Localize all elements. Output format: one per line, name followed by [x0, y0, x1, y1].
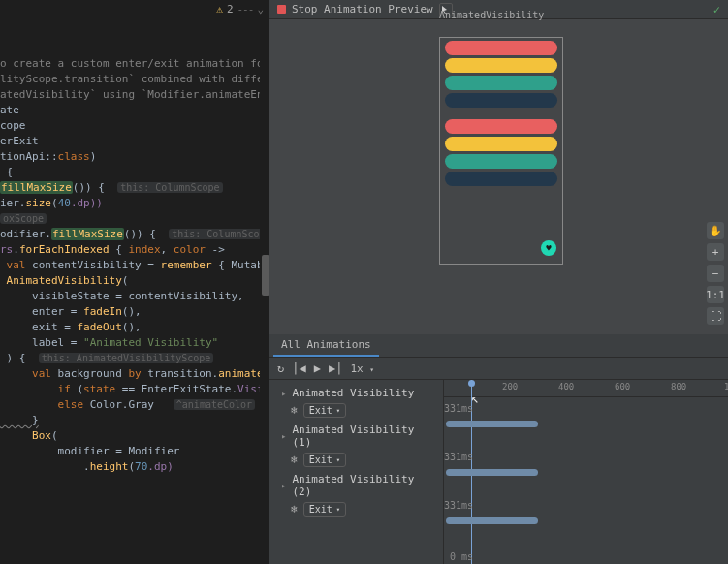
snowflake-icon[interactable]: ❄ — [291, 503, 298, 516]
expand-icon[interactable]: ⛶ — [707, 307, 724, 325]
zoom-reset-icon[interactable]: 1:1 — [707, 286, 724, 303]
code-line[interactable]: o create a custom enter/exit animation f… — [0, 56, 269, 72]
zoom-in-icon[interactable]: + — [707, 243, 724, 261]
code-editor[interactable]: ⚠ 2 --- ⌄ o create a custom enter/exit a… — [0, 0, 269, 564]
stop-animation-label[interactable]: Stop Animation Preview — [292, 3, 433, 16]
track-title: Animated Visibility (2) — [292, 473, 435, 498]
code-area[interactable]: o create a custom enter/exit animation f… — [0, 17, 269, 475]
code-line[interactable]: Box( — [0, 428, 269, 444]
ruler-tick: 800 — [671, 382, 686, 392]
animation-track[interactable]: ▸Animated Visibility (1)❄Exit ▾ — [269, 421, 443, 470]
loop-icon[interactable]: ↻ — [277, 361, 284, 375]
code-line[interactable]: } — [0, 413, 269, 428]
timeline[interactable]: 2004006008001000 ↖ 331ms331ms331ms 0 ms — [444, 380, 728, 564]
preview-bar — [445, 137, 557, 151]
track-bar[interactable] — [446, 469, 538, 476]
ruler-tick: 400 — [558, 382, 574, 392]
chevron-right-icon[interactable]: ▸ — [281, 481, 286, 490]
preview-bar — [445, 93, 557, 108]
code-line[interactable]: atedVisibility` using `Modifier.animateE… — [0, 87, 269, 103]
code-line[interactable]: erExit — [0, 134, 269, 149]
chevron-down-icon: ▾ — [369, 365, 374, 374]
track-bars: 331ms331ms331ms — [444, 397, 728, 401]
code-line[interactable]: rs.forEachIndexed { index, color -> — [0, 242, 269, 258]
preview-bar — [445, 172, 557, 186]
ruler-tick: 600 — [615, 382, 630, 392]
right-pane: Stop Animation Preview ✓ AnimatedVisibil… — [269, 0, 728, 564]
code-line[interactable]: if (state == EnterExitState.Visible) col… — [0, 382, 269, 397]
warning-count: 2 — [227, 3, 234, 16]
animation-panel: All Animations ↻ |◀ ▶ ▶| 1x ▾ ▸Animated … — [269, 334, 728, 564]
code-line[interactable]: val background by transition.animateColo… — [0, 366, 269, 382]
hints-caret-icon: ⌄ — [257, 3, 264, 16]
timeline-ruler[interactable]: 2004006008001000 — [444, 380, 728, 397]
up-to-date-icon: ✓ — [713, 3, 720, 16]
code-line[interactable]: enter = fadeIn(), — [0, 304, 269, 320]
code-line[interactable]: visibleState = contentVisibility, — [0, 289, 269, 304]
animation-track[interactable]: ▸Animated Visibility❄Exit ▾ — [269, 384, 443, 421]
preview-bar — [445, 76, 557, 90]
preview-frame-label: AnimatedVisibility — [439, 10, 544, 20]
preview-bar — [445, 119, 557, 134]
ruler-tick: 200 — [502, 382, 518, 392]
editor-scrollbar[interactable] — [260, 17, 269, 564]
track-title: Animated Visibility — [292, 387, 414, 399]
chevron-right-icon[interactable]: ▸ — [281, 389, 286, 398]
scrollbar-thumb[interactable] — [262, 255, 269, 296]
snowflake-icon[interactable]: ❄ — [291, 404, 298, 417]
track-labels: ▸Animated Visibility❄Exit ▾▸Animated Vis… — [269, 380, 444, 564]
jump-start-icon[interactable]: |◀ — [292, 361, 305, 375]
preview-device-frame: ♥ — [439, 37, 563, 265]
track-bar[interactable] — [446, 421, 538, 427]
fab-heart-icon: ♥ — [541, 240, 556, 256]
code-line[interactable]: tionApi::class) — [0, 149, 269, 165]
state-select[interactable]: Exit ▾ — [303, 502, 346, 517]
track-bar[interactable] — [446, 517, 538, 524]
code-line[interactable]: .height(70.dp) — [0, 459, 269, 475]
code-line[interactable]: lityScope.transition` combined with diff… — [0, 72, 269, 87]
chevron-down-icon: ▾ — [336, 456, 340, 464]
code-line[interactable]: oxScope — [0, 211, 269, 227]
pan-icon[interactable]: ✋ — [707, 222, 724, 239]
editor-inspection-bar: ⚠ 2 --- ⌄ — [0, 0, 269, 17]
hints-icon: --- — [237, 3, 254, 16]
preview-side-tools: ✋ + − 1:1 ⛶ — [707, 222, 724, 325]
code-line[interactable]: exit = fadeOut(), — [0, 320, 269, 335]
snowflake-icon[interactable]: ❄ — [291, 454, 298, 466]
code-line[interactable]: fillMaxSize()) { this: ColumnScope — [0, 180, 269, 196]
code-line[interactable]: ier.size(40.dp)) — [0, 196, 269, 211]
ruler-tick: 1000 — [724, 382, 728, 392]
stop-icon[interactable] — [277, 5, 286, 14]
code-line[interactable]: modifier = Modifier — [0, 444, 269, 459]
preview-bar — [445, 41, 557, 55]
zoom-out-icon[interactable]: − — [707, 265, 724, 282]
animation-track[interactable]: ▸Animated Visibility (2)❄Exit ▾ — [269, 470, 443, 519]
warning-icon: ⚠ — [216, 3, 223, 16]
timeline-area: ▸Animated Visibility❄Exit ▾▸Animated Vis… — [269, 380, 728, 564]
code-line[interactable]: ate — [0, 103, 269, 118]
code-line[interactable]: val contentVisibility = remember { Mutab… — [0, 258, 269, 273]
preview-canvas[interactable]: AnimatedVisibility ♥ ✋ + − 1:1 ⛶ — [269, 19, 728, 334]
jump-end-icon[interactable]: ▶| — [329, 361, 342, 375]
preview-bar — [445, 58, 557, 73]
chevron-right-icon[interactable]: ▸ — [281, 431, 286, 441]
track-duration: 331ms — [444, 500, 473, 511]
state-select[interactable]: Exit ▾ — [303, 403, 346, 418]
chevron-down-icon: ▾ — [336, 506, 340, 514]
code-line[interactable]: else Color.Gray ^animateColor — [0, 397, 269, 413]
speed-select[interactable]: 1x ▾ — [350, 362, 374, 375]
track-title: Animated Visibility (1) — [292, 423, 435, 449]
preview-bar — [445, 154, 557, 169]
code-line[interactable]: { — [0, 165, 269, 180]
animation-controls: ↻ |◀ ▶ ▶| 1x ▾ — [269, 358, 728, 380]
track-duration: 331ms — [444, 452, 473, 462]
code-line[interactable]: cope — [0, 118, 269, 134]
code-line[interactable]: label = "Animated Visibility" — [0, 335, 269, 351]
play-icon[interactable]: ▶ — [314, 361, 321, 375]
code-line[interactable]: odifier.fillMaxSize()) { this: ColumnSco… — [0, 227, 269, 242]
state-select[interactable]: Exit ▾ — [303, 453, 346, 467]
code-line[interactable]: AnimatedVisibility( — [0, 273, 269, 289]
code-line[interactable]: ) { this: AnimatedVisibilityScope — [0, 351, 269, 366]
tab-all-animations[interactable]: All Animations — [273, 334, 379, 357]
track-duration: 331ms — [444, 403, 473, 414]
